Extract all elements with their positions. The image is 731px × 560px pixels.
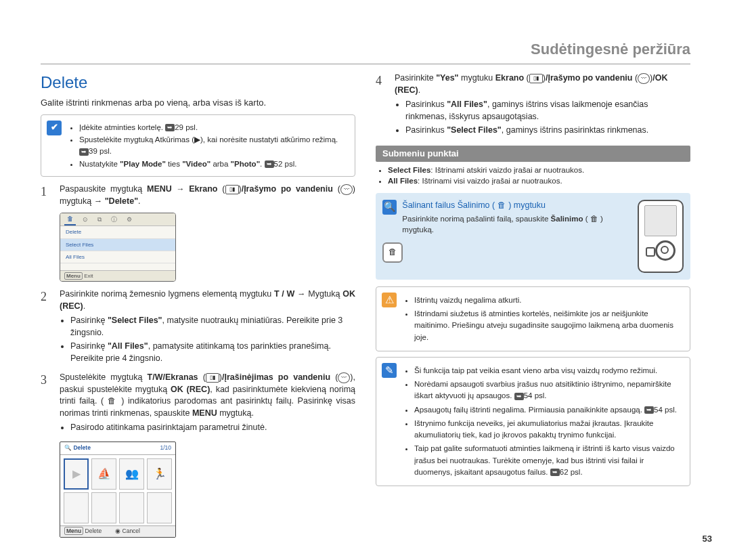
note-1: Ši funkcija taip pat veikia esant vieno … (414, 365, 683, 376)
trash-button-graphic: 🗑 (382, 242, 403, 263)
ekrano-label: Ekrano (189, 184, 217, 194)
s2b1bold: "Select Files" (108, 316, 162, 325)
menu-row-all-files: All Files (60, 251, 175, 263)
step-2: 2 Pasirinkite norimą žemesnio lygmens el… (41, 288, 355, 366)
warning-box: ⚠ Ištrintų vaizdų negalima atkurti. Ištr… (376, 286, 690, 351)
warn-1: Ištrintų vaizdų negalima atkurti. (414, 295, 683, 306)
sc2-title: Delete (73, 444, 91, 451)
display-icon: ▯▮ (225, 185, 239, 194)
page-ref-icon: ➥ (514, 393, 524, 400)
thumb (119, 492, 144, 523)
step-4: 4 Pasirinkite "Yes" mygtuku Ekrano (▯▮)/… (376, 72, 690, 139)
s2b2a: Pasirinkę (70, 341, 108, 351)
s3b3: MENU (192, 408, 217, 418)
menu-row-select-files: Select Files (60, 239, 175, 251)
device-illustration (638, 200, 684, 273)
s3-bullet: Pasirodo atitinkama pasirinktajam parame… (70, 422, 355, 434)
page-ref-icon: ➥ (265, 160, 274, 168)
page-ref-icon: ➥ (165, 124, 175, 131)
zoom-icon: 🔍 (382, 200, 397, 215)
submenu-item-2: All Files: Ištrinami visi vaizdo įrašai … (388, 175, 690, 186)
step1-text: Paspauskite mygtuką (60, 184, 147, 194)
breadcrumb: Sudėtingesnė peržiūra (41, 41, 690, 61)
s4b2bold: "Select Files" (447, 125, 502, 135)
zoom-icon: 🔍 (64, 444, 72, 451)
thumb (91, 492, 116, 523)
s4suffix: . (418, 85, 420, 95)
prereq-3: Nustatykite "Play Mode" ties "Video" arb… (79, 160, 262, 168)
sc2-foot-menu: Menu (64, 527, 83, 535)
step-number: 1 (41, 184, 53, 207)
display-icon: ▯▮ (529, 74, 543, 83)
page-ref-icon: ➥ (550, 469, 560, 476)
step-1: 1 Paspauskite mygtuką MENU → Ekrano (▯▮)… (41, 184, 355, 207)
display-icon: ▯▮ (206, 373, 219, 383)
thumb: 👥 (119, 458, 144, 490)
step-number: 3 (41, 372, 53, 436)
left-column: Delete Galite ištrinti rinkmenas arba po… (41, 71, 355, 540)
prerequisite-box: ✔ Įdėkite atminties kortelę. ➥29 psl. Sp… (41, 114, 355, 177)
warn-2: Ištrindami siužetus iš atminties kortelė… (414, 308, 683, 343)
prereq-1: Įdėkite atminties kortelę. (79, 123, 163, 131)
s3a: Spustelėkite mygtuką (60, 372, 148, 382)
menu-row-delete: Delete (60, 226, 175, 238)
step-3: 3 Spustelėkite mygtuką T/W/Ekranas (▯▮)/… (41, 372, 355, 436)
page-ref-icon: ➥ (644, 406, 654, 414)
note-icon: ✎ (382, 363, 397, 378)
delete-button-callout: 🔍 Šalinant failus Šalinimo ( 🗑 ) mygtuku… (376, 193, 690, 280)
check-icon: ✔ (47, 121, 62, 135)
note-box: ✎ Ši funkcija taip pat veikia esant vien… (376, 357, 690, 486)
callout-body: Pasirinkite norimą pašalinti failą, spau… (402, 213, 629, 235)
underwater-icon: 〰 (638, 73, 650, 84)
s4b1a: Pasirinkus (405, 100, 447, 109)
thumb: ⛵ (91, 458, 116, 490)
s2b2bold: "All Files" (108, 341, 148, 351)
menu-label: MENU (147, 184, 172, 194)
s4b2a: Pasirinkus (405, 125, 447, 135)
note-4: Ištrynimo funkcija neveiks, jei akumulia… (414, 418, 683, 441)
submenu-heading: Submeniu punktai (376, 146, 690, 162)
s3b2: OK (REC) (171, 385, 210, 394)
s4uw: /Įrašymo po vandeniu (546, 73, 633, 83)
step1-text2: mygtuką → (60, 196, 105, 206)
underwater-icon: 〰 (338, 372, 350, 383)
step-number: 4 (376, 72, 388, 139)
sc2-cancel: Cancel (123, 527, 140, 534)
step-number: 2 (41, 288, 53, 366)
sc2-counter: 1/10 (160, 444, 171, 452)
page-ref-icon: ➥ (79, 148, 89, 156)
right-column: 4 Pasirinkite "Yes" mygtuku Ekrano (▯▮)/… (376, 71, 690, 540)
step2-suffix: . (83, 301, 85, 311)
header-divider (41, 64, 690, 64)
s3d: mygtuką. (217, 408, 254, 418)
tab-trash-icon: 🗑 (64, 214, 76, 225)
s2b1a: Pasirinkę (70, 316, 108, 325)
delete-label: "Delete" (105, 196, 138, 206)
s4b2b: , gaminys ištrins pasirinktas rinkmenas. (502, 125, 648, 135)
step2-arrow: → Mygtuką (294, 289, 342, 299)
menu-foot-menu: Menu (64, 272, 83, 280)
menu-foot-exit: Exit (84, 273, 93, 279)
s3b1: T/W/Ekranas (148, 372, 198, 382)
warning-icon: ⚠ (382, 293, 397, 307)
note-3: Apsaugotų failų ištrinti negalima. Pirmi… (414, 404, 683, 416)
prereq-2-ref: 39 psl. (89, 147, 112, 155)
section-intro: Galite ištrinti rinkmenas arba po vieną,… (41, 97, 355, 109)
s4b1bold: "All Files" (447, 100, 487, 109)
s3mid: /Įrašinėjimas po vandeniu (222, 372, 330, 382)
s4yes: "Yes" (436, 73, 458, 83)
section-title: Delete (41, 71, 355, 94)
thumb: 🏃 (147, 458, 172, 490)
thumb (147, 492, 172, 523)
s4b: mygtuku (459, 73, 495, 83)
ui-screenshot-menu: 🗑⊙⧉ⓘ⚙ Delete Select Files All Files Menu… (60, 213, 176, 282)
prereq-2: Spustelėkite mygtuką Atkūrimas (▶), kai … (79, 135, 338, 144)
underwater-icon: 〰 (340, 184, 353, 195)
note-5: Taip pat galite suformatuoti atminties l… (414, 443, 683, 478)
sc2-delete: Delete (85, 527, 102, 534)
prereq-3-ref: 52 psl. (274, 160, 297, 168)
ui-screenshot-thumbs: 🔍 Delete 1/10 ▶ ⛵ 👥 🏃 Menu Delete ◉ Canc… (60, 441, 176, 538)
thumb (64, 492, 89, 523)
step2-lead: Pasirinkite norimą žemesnio lygmens elem… (60, 289, 274, 299)
page-number: 53 (703, 534, 712, 544)
